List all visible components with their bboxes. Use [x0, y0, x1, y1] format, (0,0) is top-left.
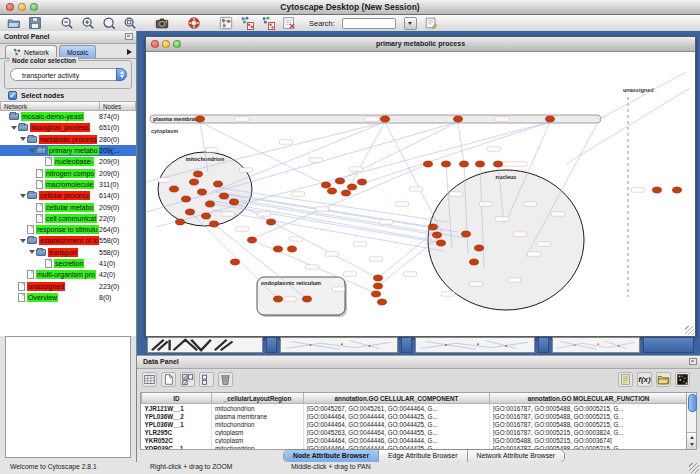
scrollbar-thumb[interactable] [688, 394, 697, 412]
network-node[interactable] [303, 296, 312, 302]
zoom-in-icon[interactable] [81, 16, 95, 30]
column-header[interactable]: ID [142, 393, 212, 404]
network-node[interactable] [358, 179, 367, 185]
table-cell[interactable]: mitochondrion [212, 404, 304, 413]
network-node[interactable] [437, 240, 446, 246]
network-node[interactable] [546, 116, 555, 122]
network-node[interactable] [248, 237, 257, 243]
delete-attribute-trash-icon[interactable] [218, 372, 233, 387]
tree-row[interactable]: multi-organism pro42(0) [0, 269, 136, 280]
table-cell[interactable]: [GO:0044464, GO:0044444, GO:0044425, G..… [304, 420, 490, 428]
table-cell[interactable]: [GO:0045267, GO:0045261, GO:0044464, G..… [304, 404, 490, 413]
network-canvas[interactable]: plasma membranecytoplasmmitochondrionnuc… [146, 52, 693, 335]
import-attributes-icon[interactable] [656, 372, 671, 387]
birds-eye-view[interactable] [5, 336, 131, 458]
network-node[interactable] [336, 178, 345, 184]
tree-row[interactable]: cellular process614(0) [0, 190, 136, 201]
network-node[interactable] [190, 179, 199, 185]
table-cell[interactable]: YPL036W__2 [142, 412, 212, 420]
unselect-attributes-icon[interactable] [199, 372, 214, 387]
tree-row[interactable]: unassigned223(0) [0, 280, 136, 291]
scrollbar-arrows[interactable] [687, 432, 696, 449]
network-node[interactable] [494, 161, 503, 167]
configure-search-icon[interactable] [424, 16, 438, 30]
network-node[interactable] [374, 283, 383, 289]
new-network-selected-edges-icon[interactable] [261, 16, 275, 30]
network-window-resize-grip[interactable] [685, 326, 694, 335]
search-input[interactable] [342, 18, 396, 29]
vizmapper-icon[interactable] [219, 16, 233, 30]
tree-row[interactable]: macromolecule311(0) [0, 179, 136, 190]
tree-column-nodes[interactable]: Nodes [100, 101, 136, 111]
table-cell[interactable]: mitochondrion [212, 420, 304, 428]
table-cell[interactable]: plasma membrane [212, 412, 304, 420]
table-row[interactable]: YPL036W__2plasma membrane[GO:0044464, GO… [142, 412, 688, 420]
column-header[interactable]: annotation.GO CELLULAR_COMPONENT [304, 393, 490, 404]
tab-network-attribute-browser[interactable]: Network Attribute Browser [468, 450, 565, 462]
dropdown-stepper-icon[interactable] [116, 68, 127, 81]
minimized-network-window[interactable] [280, 337, 398, 353]
network-node[interactable] [328, 188, 337, 194]
select-attributes-icon[interactable] [180, 372, 195, 387]
destroy-network-icon[interactable] [282, 16, 296, 30]
network-node[interactable] [198, 189, 207, 195]
zoom-fit-content-icon[interactable] [123, 16, 137, 30]
network-node[interactable] [210, 221, 219, 227]
network-close-button[interactable] [151, 40, 159, 48]
network-node[interactable] [348, 184, 357, 190]
table-cell[interactable]: YDR039C__1 [142, 444, 212, 450]
table-cell[interactable]: [GO:0044464, GO:0044446, GO:0044444, G..… [304, 436, 490, 444]
table-cell[interactable]: YLR295C [142, 428, 212, 436]
column-header[interactable]: annotation.GO MOLECULAR_FUNCTION [490, 393, 688, 404]
network-node[interactable] [342, 190, 351, 196]
zoom-window-button[interactable] [30, 3, 38, 11]
tree-row[interactable]: response to stimulu264(0) [0, 224, 136, 235]
tree-row[interactable]: metabolic process280(0) [0, 134, 136, 145]
tree-row[interactable]: establishment of lo558(0) [0, 235, 136, 246]
network-node[interactable] [196, 116, 205, 122]
network-zoom-button[interactable] [173, 40, 181, 48]
network-node[interactable] [170, 186, 179, 192]
table-cell[interactable]: [GO:0016787, GO:0005488, GO:0005215, G..… [490, 404, 688, 413]
export-image-camera-icon[interactable] [155, 16, 169, 30]
tree-row[interactable]: nitrogen compo209(0) [0, 167, 136, 178]
table-cell[interactable]: cytoplasm [212, 436, 304, 444]
table-row[interactable]: YJR121W__1mitochondrion[GO:0045267, GO:0… [142, 404, 688, 413]
attribute-table[interactable]: ID_cellularLayoutRegionannotation.GO CEL… [141, 393, 687, 450]
network-node[interactable] [378, 299, 387, 305]
minimized-network-window[interactable] [552, 337, 640, 353]
network-node[interactable] [476, 161, 485, 167]
tree-row[interactable]: secretion41(0) [0, 258, 136, 269]
help-lifesaver-icon[interactable] [187, 16, 201, 30]
tree-row[interactable]: biological_process651(0) [0, 122, 136, 133]
minimized-overview-window[interactable] [147, 337, 263, 353]
network-node[interactable] [194, 171, 203, 177]
minimize-window-button[interactable] [18, 3, 26, 11]
tree-row[interactable]: Overview8(0) [0, 292, 136, 303]
network-node[interactable] [176, 219, 185, 225]
table-row[interactable]: YKR052Ccytoplasm[GO:0044464, GO:0044446,… [142, 436, 688, 444]
network-window-titlebar[interactable]: primary metabolic process [146, 37, 695, 52]
network-node[interactable] [462, 231, 471, 237]
app-resize-grip[interactable] [689, 463, 699, 473]
notes-icon[interactable] [618, 372, 633, 387]
minimized-window-edge[interactable] [538, 337, 549, 353]
table-row[interactable]: YLR295Ccytoplasm[GO:0045263, GO:0044464,… [142, 428, 688, 436]
tree-column-network[interactable]: Network [0, 101, 100, 111]
tab-edge-attribute-browser[interactable]: Edge Attribute Browser [379, 450, 468, 462]
function-builder-icon[interactable]: f(x) [637, 372, 652, 387]
table-cell[interactable]: [GO:0005488, GO:0005215, GO:0003674] [490, 436, 688, 444]
save-session-icon[interactable] [28, 16, 42, 30]
network-node[interactable] [267, 219, 276, 225]
network-node[interactable] [230, 199, 239, 205]
tree-row[interactable]: nucleobase-209(0) [0, 156, 136, 167]
window-titlebar[interactable]: Cytoscape Desktop (New Session) [0, 0, 700, 15]
network-node[interactable] [374, 275, 383, 281]
network-node[interactable] [433, 232, 442, 238]
network-node[interactable] [288, 246, 297, 252]
float-panel-icon[interactable] [125, 33, 133, 40]
network-node[interactable] [673, 187, 682, 193]
network-node[interactable] [206, 201, 215, 207]
network-node[interactable] [454, 116, 463, 122]
tree-row[interactable]: cell communicat22(0) [0, 213, 136, 224]
